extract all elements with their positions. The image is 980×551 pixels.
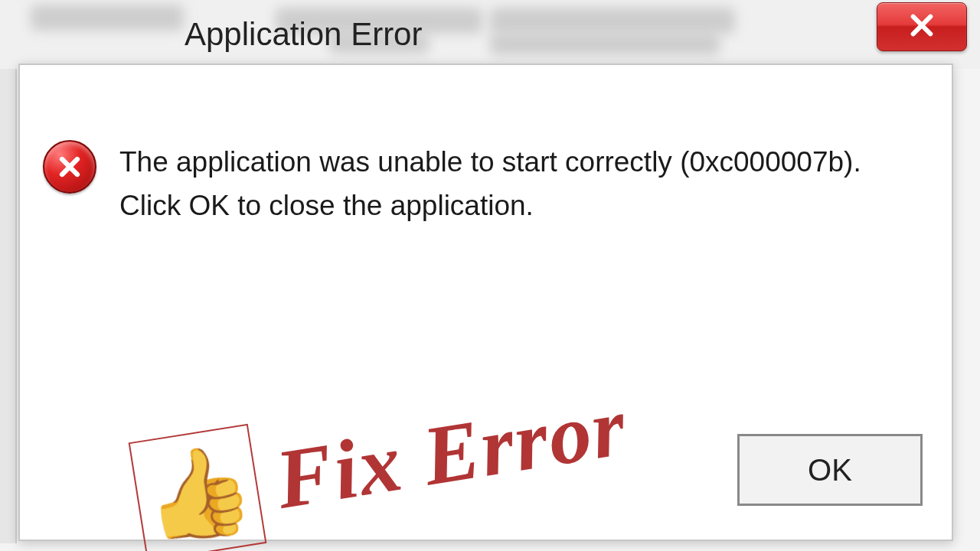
- dialog-content: The application was unable to start corr…: [43, 140, 929, 228]
- thumbs-up-box: 👍: [129, 424, 267, 551]
- error-message: The application was unable to start corr…: [119, 140, 893, 228]
- fix-error-overlay: 👍 Fix Error: [129, 366, 635, 551]
- error-dialog: Application Error The application was un…: [18, 64, 953, 541]
- dialog-title: Application Error: [185, 16, 422, 53]
- thumbs-up-icon: 👍: [136, 441, 258, 545]
- background-sliver: [0, 69, 17, 543]
- fix-error-text: Fix Error: [270, 377, 633, 529]
- close-button[interactable]: [877, 2, 967, 51]
- blurred-background: [0, 0, 980, 69]
- error-icon: [43, 140, 96, 194]
- ok-button-label: OK: [808, 453, 852, 487]
- close-icon: [909, 12, 935, 41]
- dialog-actions: OK: [737, 434, 923, 506]
- ok-button[interactable]: OK: [737, 434, 923, 506]
